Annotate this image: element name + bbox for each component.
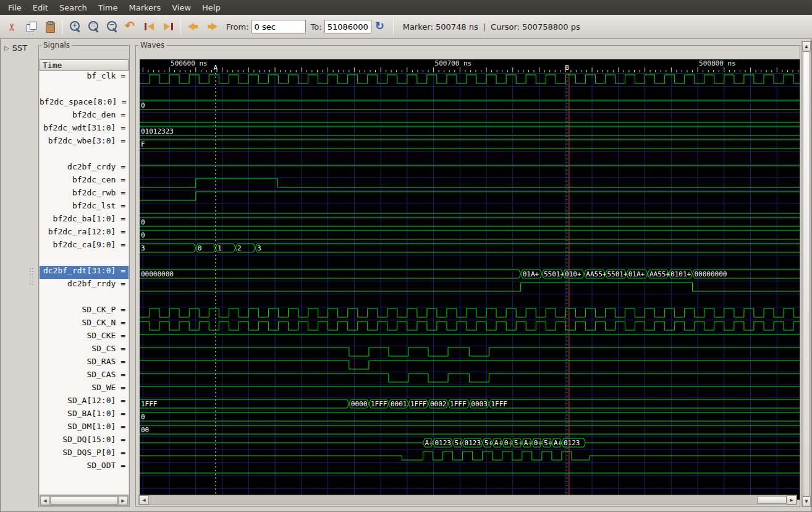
scroll-up-button[interactable]: ▲	[802, 41, 811, 51]
waves-vscrollbar-thumb[interactable]	[803, 51, 810, 497]
signal-row[interactable]: SD_DQ[15:0] =	[40, 435, 129, 448]
cut-button[interactable]	[4, 17, 22, 36]
down-arrow-icon: ▼	[805, 499, 808, 504]
scroll-left-button[interactable]: ◀	[40, 496, 50, 505]
signal-row[interactable]: SD_A[12:0] =	[40, 396, 129, 409]
signal-row[interactable]: bf2dc_space[8:0] =	[40, 97, 129, 110]
scroll-right-button[interactable]: ▶	[787, 495, 797, 505]
signal-row[interactable]: bf2dc_ra[12:0] =	[40, 227, 129, 240]
signal-row[interactable]: SD_CS =	[40, 344, 129, 357]
zoom-out-button[interactable]	[104, 17, 121, 36]
zoom-start-button[interactable]	[141, 17, 158, 36]
signal-row[interactable]: bf2dc_wdt[31:0] =	[40, 123, 129, 136]
signal-row[interactable]: bf2dc_wbe[3:0] =	[40, 136, 129, 149]
zoom-end-button[interactable]	[159, 17, 177, 36]
signal-row[interactable]: dc2bf_rdt[31:0] =	[40, 266, 129, 279]
svg-text:2: 2	[237, 244, 242, 252]
svg-text:0: 0	[141, 218, 145, 226]
svg-text:0: 0	[141, 413, 145, 421]
svg-text:5+: 5+	[544, 439, 552, 447]
zoom-fit-icon	[88, 20, 100, 33]
svg-text:01012323: 01012323	[141, 127, 174, 135]
copy-button[interactable]	[23, 17, 40, 36]
scroll-down-button[interactable]: ▼	[802, 497, 811, 506]
waves-vscrollbar[interactable]: ▲ ▼	[801, 41, 811, 507]
toolbar-status: Marker: 500748 ns|Cursor: 500758800 ps	[403, 22, 580, 32]
cursor-status: Cursor: 500758800 ps	[491, 22, 580, 32]
waves-hscrollbar-thumb[interactable]	[757, 496, 787, 504]
signal-row[interactable]: bf2dc_den =	[40, 110, 129, 123]
paste-icon	[44, 20, 56, 33]
menu-item-markers[interactable]: Markers	[123, 1, 166, 14]
svg-text:AA55+: AA55+	[649, 270, 670, 278]
paste-button[interactable]	[41, 17, 59, 36]
zoom-in-button[interactable]	[67, 17, 84, 36]
reload-icon	[374, 20, 387, 33]
to-input[interactable]	[324, 20, 371, 33]
signal-row[interactable]: SD_RAS =	[40, 357, 129, 370]
marker-status: Marker: 500748 ns	[403, 22, 478, 32]
svg-text:F: F	[141, 140, 145, 148]
menu-item-help[interactable]: Help	[197, 1, 226, 14]
waves-hscrollbar[interactable]: ◀ ▶	[138, 495, 797, 505]
signal-row[interactable]: SD_CK_N =	[40, 318, 129, 331]
shift-left-button[interactable]	[185, 17, 202, 36]
menu-item-edit[interactable]: Edit	[27, 1, 54, 14]
sst-label: SST	[12, 43, 27, 53]
signal-row[interactable]: SD_DM[1:0] =	[40, 422, 129, 435]
toolbar-buttons	[4, 17, 221, 36]
from-input[interactable]	[252, 20, 306, 33]
signal-row[interactable]: bf2dc_rwb =	[40, 188, 129, 201]
signals-hscrollbar-thumb[interactable]	[50, 497, 118, 505]
toolbar: From: To: Marker: 500748 ns|Cursor: 5007…	[0, 15, 812, 39]
signal-row-spacer	[40, 84, 129, 97]
scroll-right-button[interactable]: ▶	[118, 496, 128, 505]
signal-row[interactable]: SD_CAS =	[40, 370, 129, 383]
svg-text:0123: 0123	[435, 439, 452, 447]
shift-right-button[interactable]	[203, 17, 221, 36]
signal-row[interactable]: SD_BA[1:0] =	[40, 409, 129, 422]
signals-hscrollbar[interactable]: ◀ ▶	[40, 495, 129, 506]
right-arrow-icon: ▶	[790, 498, 793, 503]
signal-row[interactable]: dc2bf_rrdy =	[40, 279, 129, 292]
menu-item-file[interactable]: File	[2, 1, 27, 14]
svg-text:0002: 0002	[430, 400, 447, 408]
svg-text:3: 3	[141, 244, 145, 252]
zoom-out-icon	[106, 20, 119, 33]
svg-text:5501+: 5501+	[607, 270, 628, 278]
scroll-left-button[interactable]: ◀	[139, 495, 149, 505]
wave-canvas[interactable]: 500600 ns500700 ns500800 ns001012323F003…	[140, 59, 800, 500]
signal-row[interactable]: bf2dc_lst =	[40, 201, 129, 214]
zoom-fit-button[interactable]	[85, 17, 103, 36]
pane-grip[interactable]	[29, 267, 35, 284]
signal-row[interactable]: SD_ODT =	[40, 461, 129, 474]
signal-row[interactable]: dc2bf_crdy =	[40, 162, 129, 175]
from-label: From:	[226, 22, 249, 32]
svg-text:0000: 0000	[351, 400, 368, 408]
menu-item-time[interactable]: Time	[93, 1, 124, 14]
signal-row[interactable]: bf2dc_ca[9:0] =	[40, 240, 129, 253]
reload-button[interactable]	[372, 17, 389, 36]
signal-row[interactable]: bf_clk =	[40, 71, 129, 84]
zoom-end-icon	[162, 20, 174, 33]
signal-row[interactable]: bf2dc_cen =	[40, 175, 129, 188]
menu-item-search[interactable]: Search	[54, 1, 93, 14]
sst-expander[interactable]: ▷ SST	[4, 43, 27, 53]
waves-vscrollbar-track[interactable]	[802, 51, 811, 497]
menu-bar: FileEditSearchTimeMarkersViewHelp	[0, 0, 812, 15]
signals-hscrollbar-track[interactable]	[50, 496, 118, 505]
signal-row[interactable]: bf2dc_ba[1:0] =	[40, 214, 129, 227]
time-column-header[interactable]: Time	[40, 59, 129, 71]
svg-text:A+: A+	[554, 439, 562, 447]
svg-text:0: 0	[198, 244, 202, 252]
waves-hscrollbar-track[interactable]	[149, 495, 787, 505]
menu-item-view[interactable]: View	[166, 1, 197, 14]
signal-row[interactable]: SD_CKE =	[40, 331, 129, 344]
zoom-start-icon	[143, 20, 156, 33]
svg-text:0123: 0123	[465, 439, 481, 447]
zoom-undo-button[interactable]	[122, 17, 140, 36]
signal-row[interactable]: SD_DQS_P[0] =	[40, 448, 129, 461]
signal-row[interactable]: SD_WE =	[40, 383, 129, 396]
signal-row[interactable]: SD_CK_P =	[40, 305, 129, 318]
right-arrow-icon: ▶	[121, 498, 124, 503]
